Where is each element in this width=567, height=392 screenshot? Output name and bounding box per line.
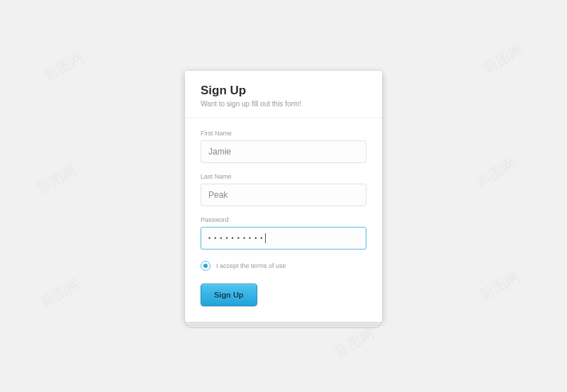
- terms-radio[interactable]: [201, 261, 210, 271]
- signup-button[interactable]: Sign Up: [201, 284, 257, 306]
- first-name-input[interactable]: [201, 140, 366, 163]
- password-field: Password ••••••••••: [201, 216, 366, 250]
- last-name-input[interactable]: [201, 184, 366, 206]
- watermark: 新图网: [480, 40, 526, 78]
- text-cursor: [265, 233, 266, 243]
- card-body: First Name Last Name Password ••••••••••…: [185, 118, 382, 322]
- password-input[interactable]: ••••••••••: [201, 227, 366, 250]
- terms-radio-dot: [203, 264, 208, 268]
- terms-label: I accept the terms of use: [216, 262, 286, 269]
- watermark: 新图网: [37, 274, 83, 312]
- watermark: 新图网: [331, 324, 377, 362]
- card-header: Sign Up Want to sign up fill out this fo…: [185, 71, 382, 118]
- watermark: 新图网: [473, 154, 519, 191]
- signup-card-stack: Sign Up Want to sign up fill out this fo…: [185, 71, 382, 322]
- signup-card: Sign Up Want to sign up fill out this fo…: [185, 71, 382, 322]
- terms-row[interactable]: I accept the terms of use: [201, 261, 366, 271]
- last-name-label: Last Name: [201, 173, 366, 180]
- watermark: 新图网: [40, 47, 86, 85]
- first-name-field: First Name: [201, 130, 366, 163]
- password-mask: ••••••••••: [208, 235, 266, 242]
- watermark: 新图网: [476, 267, 522, 305]
- first-name-label: First Name: [201, 130, 366, 137]
- password-label: Password: [201, 216, 366, 223]
- last-name-field: Last Name: [201, 173, 366, 206]
- card-subtitle: Want to sign up fill out this form!: [201, 100, 366, 108]
- watermark: 新图网: [33, 161, 79, 198]
- card-title: Sign Up: [201, 84, 366, 98]
